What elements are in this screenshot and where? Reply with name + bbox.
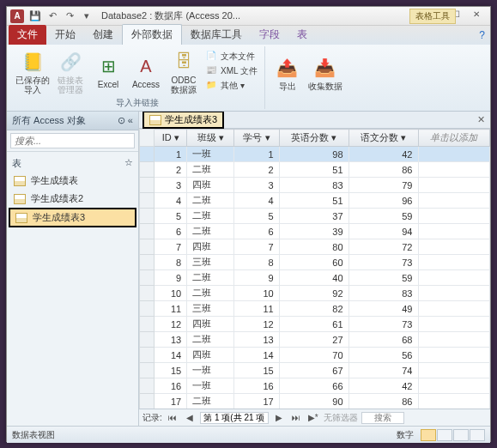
table-row[interactable]: 16一班166642 [140,378,490,394]
saved-imports-button[interactable]: 📒已保存的 导入 [15,48,50,94]
table-row[interactable]: 9二班94059 [140,270,490,286]
tab-home[interactable]: 开始 [46,25,84,45]
next-record-button[interactable]: ▶ [272,413,286,422]
tab-external-data[interactable]: 外部数据 [122,24,182,45]
collect-data-button[interactable]: 📥收集数据 [308,54,342,91]
table-row[interactable]: 13二班132768 [140,332,490,348]
close-document-button[interactable]: ✕ [472,114,490,125]
column-header[interactable]: 班级 ▾ [187,130,234,147]
table-row[interactable]: 5二班53759 [140,209,490,224]
pivot-view-button[interactable] [453,429,469,441]
tab-file[interactable]: 文件 [9,25,46,45]
redo-icon[interactable]: ↷ [62,9,77,23]
document-tab-bar: 学生成绩表3 ✕ [139,112,490,129]
nav-item-table[interactable]: 学生成绩表3 [9,208,136,227]
numlock-label: 数字 [397,429,414,441]
quick-access-toolbar: 💾 ↶ ↷ ▾ [27,9,94,23]
contextual-tab-header: 表格工具 [409,9,456,24]
undo-icon[interactable]: ↶ [45,9,60,23]
qat-dropdown-icon[interactable]: ▾ [79,9,94,23]
table-icon [14,176,26,186]
nav-item-table[interactable]: 学生成绩表2 [7,190,138,208]
record-navigator: 记录: ⏮ ◀ ▶ ⏭ ▶* 无筛选器 [139,409,490,426]
access-app-icon: A [10,9,24,23]
datasheet-grid[interactable]: ID ▾班级 ▾学号 ▾英语分数 ▾语文分数 ▾单击以添加1一班198422二班… [139,129,490,409]
ribbon-group-export: 📤导出 📥收集数据 [265,46,348,109]
help-icon[interactable]: ? [479,29,485,41]
table-row[interactable]: 6二班63994 [140,224,490,239]
close-button[interactable]: ✕ [466,9,487,23]
ribbon-group-import: 📒已保存的 导入 🔗链接表 管理器 ⊞Excel AAccess 🗄ODBC 数… [10,46,265,109]
no-filter-label: 无筛选器 [324,412,358,424]
table-row[interactable]: 8三班86073 [140,255,490,270]
tab-fields[interactable]: 字段 [251,25,288,45]
status-bar: 数据表视图 数字 [7,426,490,443]
prev-record-button[interactable]: ◀ [183,413,197,422]
table-row[interactable]: 11三班118249 [140,301,490,317]
first-record-button[interactable]: ⏮ [166,413,179,422]
linked-table-manager-button[interactable]: 🔗链接表 管理器 [53,48,88,94]
import-odbc-button[interactable]: 🗄ODBC 数据源 [167,48,201,94]
document-area: 学生成绩表3 ✕ ID ▾班级 ▾学号 ▾英语分数 ▾语文分数 ▾单击以添加1一… [139,112,490,426]
record-position-input[interactable] [200,412,269,424]
nav-group-tables[interactable]: 表☆ [7,155,138,172]
ribbon-tabs: 文件 开始 创建 外部数据 数据库工具 字段 表 [7,26,490,45]
last-record-button[interactable]: ⏭ [289,413,303,422]
column-header[interactable]: 语文分数 ▾ [349,130,418,147]
document-tab[interactable]: 学生成绩表3 [142,112,224,129]
table-row[interactable]: 10二班109283 [140,286,490,301]
content-area: 所有 Access 对象⊙ « 表☆ 学生成绩表学生成绩表2学生成绩表3 学生成… [7,112,490,426]
import-excel-button[interactable]: ⊞Excel [91,52,125,89]
table-row[interactable]: 2二班25186 [140,162,490,178]
table-icon [149,115,161,125]
record-search-input[interactable] [361,412,404,424]
table-icon [15,213,27,223]
column-header[interactable]: 英语分数 ▾ [279,130,349,147]
chart-view-button[interactable] [470,429,485,441]
save-icon[interactable]: 💾 [27,9,43,23]
add-column-header[interactable]: 单击以添加 [418,130,490,147]
table-row[interactable]: 15一班156774 [140,363,490,378]
table-row[interactable]: 7四班78072 [140,239,490,255]
column-header[interactable]: 学号 ▾ [234,130,279,147]
navigation-pane: 所有 Access 对象⊙ « 表☆ 学生成绩表学生成绩表2学生成绩表3 [7,112,139,426]
table-row[interactable]: 3四班38379 [140,178,490,193]
tab-create[interactable]: 创建 [84,25,122,45]
datasheet-view-button[interactable] [421,429,436,441]
export-button[interactable]: 📤导出 [270,54,305,91]
table-row[interactable]: 4二班45196 [140,193,490,209]
table-row[interactable]: 17二班179086 [140,394,490,409]
nav-search-input[interactable] [10,133,135,148]
tab-table[interactable]: 表 [288,25,316,45]
import-access-button[interactable]: AAccess [129,52,163,89]
chevron-down-icon: ⊙ « [118,115,133,126]
nav-header[interactable]: 所有 Access 对象⊙ « [7,112,138,130]
nav-item-table[interactable]: 学生成绩表 [7,172,138,190]
ribbon-body: 📒已保存的 导入 🔗链接表 管理器 ⊞Excel AAccess 🗄ODBC 数… [7,45,490,112]
table-row[interactable]: 1一班19842 [140,147,490,162]
app-window: A 💾 ↶ ↷ ▾ Database2 : 数据库 (Access 20... … [6,6,491,442]
import-text-file-button[interactable]: 📄文本文件 [204,50,259,64]
window-title: Database2 : 数据库 (Access 20... [101,9,425,22]
column-header[interactable]: ID ▾ [155,130,187,147]
table-icon [14,194,26,204]
table-row[interactable]: 14四班147056 [140,348,490,363]
import-other-button[interactable]: 📁其他 ▾ [204,79,259,93]
new-record-button[interactable]: ▶* [306,413,320,422]
table-row[interactable]: 12四班126173 [140,317,490,332]
design-view-button[interactable] [437,429,452,441]
import-xml-file-button[interactable]: 📰XML 文件 [204,64,259,78]
view-mode-label: 数据表视图 [12,429,55,441]
tab-database-tools[interactable]: 数据库工具 [182,25,251,45]
